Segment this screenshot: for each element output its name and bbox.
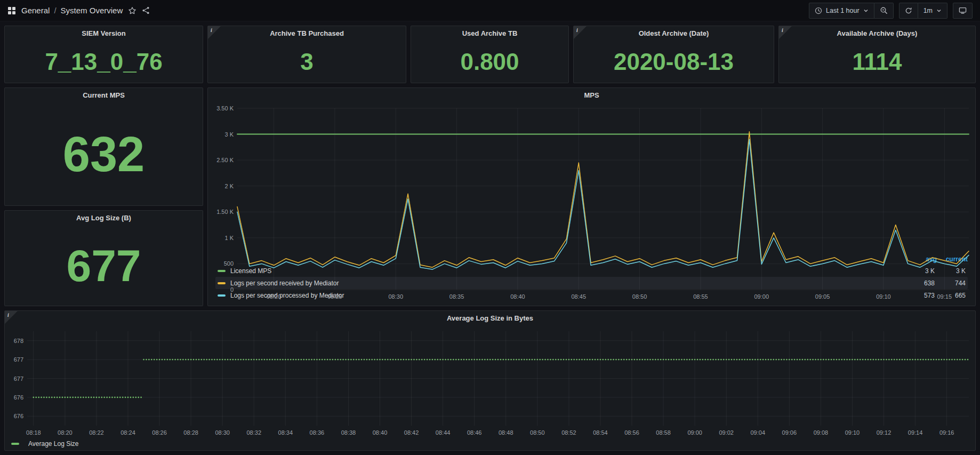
data-point <box>812 359 814 361</box>
data-point <box>914 359 916 361</box>
data-point <box>634 359 636 361</box>
info-icon: i <box>576 27 578 33</box>
data-point <box>314 359 315 361</box>
data-point <box>340 359 341 361</box>
data-point <box>77 397 79 398</box>
data-point <box>615 359 617 361</box>
breadcrumb-dashboard[interactable]: System Overview <box>61 6 123 15</box>
data-point <box>114 397 116 398</box>
data-point <box>458 359 460 361</box>
data-point <box>823 359 824 361</box>
data-point <box>686 359 688 361</box>
panel-info-corner[interactable]: i <box>779 26 792 39</box>
data-point <box>746 359 748 361</box>
avg-log-size-chart-plot[interactable]: 08:1808:2008:2208:2408:2608:2808:3008:32… <box>5 326 975 437</box>
x-tick-label: 09:10 <box>845 429 860 436</box>
data-point <box>581 359 583 361</box>
data-point <box>497 359 499 361</box>
panel-title[interactable]: Used Archive TB <box>411 26 568 41</box>
data-point <box>481 359 483 361</box>
data-point <box>555 359 557 361</box>
data-point <box>526 359 528 361</box>
data-point <box>657 359 659 361</box>
y-tick-label: 677 <box>14 376 23 382</box>
x-tick-label: 09:00 <box>754 293 769 300</box>
time-range-picker[interactable]: Last 1 hour <box>809 3 874 19</box>
data-point <box>762 359 764 361</box>
dashboards-grid-icon[interactable] <box>7 6 16 15</box>
y-tick-label: 0 <box>230 286 234 293</box>
data-point <box>342 359 344 361</box>
data-point <box>274 359 276 361</box>
data-point <box>177 359 179 361</box>
data-point <box>629 359 630 361</box>
share-icon[interactable] <box>142 6 150 14</box>
data-point <box>631 359 633 361</box>
refresh-button[interactable] <box>899 3 918 19</box>
data-point <box>471 359 472 361</box>
x-tick-label: 09:04 <box>751 429 766 436</box>
data-point <box>817 359 819 361</box>
data-point <box>203 359 205 361</box>
data-point <box>671 359 672 361</box>
mps-chart-plot[interactable]: 08:2008:2508:3008:3508:4008:4508:5008:55… <box>208 103 975 254</box>
panel-title[interactable]: MPS <box>208 88 975 103</box>
data-point <box>253 359 255 361</box>
data-point <box>83 397 84 398</box>
data-point <box>718 359 719 361</box>
data-point <box>912 359 913 361</box>
zoom-out-button[interactable] <box>874 3 894 19</box>
data-point <box>455 359 457 361</box>
panel-info-corner[interactable]: i <box>208 26 221 39</box>
panel-title[interactable]: SIEM Version <box>5 26 203 41</box>
panel-info-corner[interactable]: i <box>5 311 18 324</box>
panel-title[interactable]: Average Log Size in Bytes <box>5 311 975 326</box>
data-point <box>865 359 866 361</box>
data-point <box>641 359 643 361</box>
data-point <box>757 359 759 361</box>
panel-title[interactable]: Oldest Archive (Date) <box>574 26 774 41</box>
data-point <box>663 359 664 361</box>
zoom-out-icon <box>880 6 888 14</box>
data-point <box>88 397 90 398</box>
data-point <box>870 359 872 361</box>
series-label[interactable]: Average Log Size <box>28 440 969 448</box>
data-point <box>741 359 743 361</box>
data-point <box>356 359 357 361</box>
data-point <box>529 359 531 361</box>
data-point <box>461 359 462 361</box>
tv-mode-button[interactable] <box>953 3 973 19</box>
data-point <box>744 359 745 361</box>
breadcrumb-folder[interactable]: General <box>21 6 50 15</box>
y-tick-label: 2 K <box>224 183 234 189</box>
data-point <box>33 397 35 398</box>
data-point <box>962 359 963 361</box>
x-tick-label: 08:55 <box>693 293 708 300</box>
stat-value-wrap: 0.800 <box>411 41 568 83</box>
data-point <box>965 359 966 361</box>
data-point <box>103 397 105 398</box>
data-point <box>245 359 247 361</box>
data-point <box>93 397 95 398</box>
panel-title[interactable]: Current MPS <box>5 88 203 103</box>
panel-title[interactable]: Available Archive (Days) <box>779 26 975 41</box>
data-point <box>57 397 58 398</box>
panel-title[interactable]: Archive TB Purchased <box>208 26 406 41</box>
refresh-interval-picker[interactable]: 1m <box>918 3 947 19</box>
star-icon[interactable] <box>128 6 136 15</box>
x-tick-label: 09:05 <box>815 293 830 300</box>
panel-title[interactable]: Avg Log Size (B) <box>5 211 203 226</box>
data-point <box>35 397 37 398</box>
data-point <box>216 359 218 361</box>
x-tick-label: 08:52 <box>561 429 576 436</box>
data-point <box>789 359 790 361</box>
data-point <box>335 359 336 361</box>
data-point <box>802 359 804 361</box>
data-point <box>707 359 709 361</box>
data-point <box>886 359 887 361</box>
data-point <box>550 359 551 361</box>
mps-row: Current MPS 632 Avg Log Size (B) 677 MPS… <box>4 87 976 306</box>
panel-info-corner[interactable]: i <box>574 26 587 39</box>
data-point <box>80 397 82 398</box>
x-tick-label: 09:10 <box>876 293 891 300</box>
